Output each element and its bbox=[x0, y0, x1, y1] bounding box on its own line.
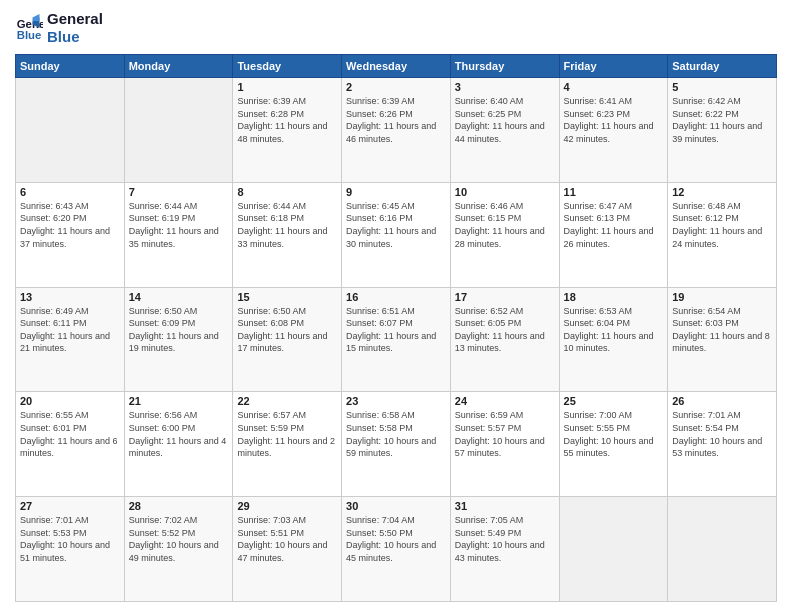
calendar-cell: 10Sunrise: 6:46 AMSunset: 6:15 PMDayligh… bbox=[450, 182, 559, 287]
calendar-cell: 27Sunrise: 7:01 AMSunset: 5:53 PMDayligh… bbox=[16, 497, 125, 602]
day-number: 14 bbox=[129, 291, 229, 303]
day-info: Sunrise: 6:44 AMSunset: 6:18 PMDaylight:… bbox=[237, 200, 337, 250]
calendar-cell: 17Sunrise: 6:52 AMSunset: 6:05 PMDayligh… bbox=[450, 287, 559, 392]
calendar-cell: 12Sunrise: 6:48 AMSunset: 6:12 PMDayligh… bbox=[668, 182, 777, 287]
day-info: Sunrise: 6:46 AMSunset: 6:15 PMDaylight:… bbox=[455, 200, 555, 250]
week-row-2: 6Sunrise: 6:43 AMSunset: 6:20 PMDaylight… bbox=[16, 182, 777, 287]
day-number: 19 bbox=[672, 291, 772, 303]
day-info: Sunrise: 6:40 AMSunset: 6:25 PMDaylight:… bbox=[455, 95, 555, 145]
day-number: 28 bbox=[129, 500, 229, 512]
day-info: Sunrise: 6:39 AMSunset: 6:26 PMDaylight:… bbox=[346, 95, 446, 145]
day-info: Sunrise: 6:42 AMSunset: 6:22 PMDaylight:… bbox=[672, 95, 772, 145]
calendar-cell bbox=[668, 497, 777, 602]
calendar-cell: 28Sunrise: 7:02 AMSunset: 5:52 PMDayligh… bbox=[124, 497, 233, 602]
day-info: Sunrise: 7:05 AMSunset: 5:49 PMDaylight:… bbox=[455, 514, 555, 564]
days-header-row: SundayMondayTuesdayWednesdayThursdayFrid… bbox=[16, 55, 777, 78]
day-number: 15 bbox=[237, 291, 337, 303]
calendar-cell: 23Sunrise: 6:58 AMSunset: 5:58 PMDayligh… bbox=[342, 392, 451, 497]
calendar-container: General Blue General Blue SundayMondayTu… bbox=[0, 0, 792, 612]
calendar-cell: 22Sunrise: 6:57 AMSunset: 5:59 PMDayligh… bbox=[233, 392, 342, 497]
day-number: 11 bbox=[564, 186, 664, 198]
day-info: Sunrise: 7:00 AMSunset: 5:55 PMDaylight:… bbox=[564, 409, 664, 459]
day-info: Sunrise: 6:58 AMSunset: 5:58 PMDaylight:… bbox=[346, 409, 446, 459]
calendar-cell: 14Sunrise: 6:50 AMSunset: 6:09 PMDayligh… bbox=[124, 287, 233, 392]
day-number: 10 bbox=[455, 186, 555, 198]
day-number: 7 bbox=[129, 186, 229, 198]
calendar-cell: 16Sunrise: 6:51 AMSunset: 6:07 PMDayligh… bbox=[342, 287, 451, 392]
day-number: 17 bbox=[455, 291, 555, 303]
calendar-cell: 29Sunrise: 7:03 AMSunset: 5:51 PMDayligh… bbox=[233, 497, 342, 602]
calendar-cell: 11Sunrise: 6:47 AMSunset: 6:13 PMDayligh… bbox=[559, 182, 668, 287]
week-row-5: 27Sunrise: 7:01 AMSunset: 5:53 PMDayligh… bbox=[16, 497, 777, 602]
day-info: Sunrise: 6:55 AMSunset: 6:01 PMDaylight:… bbox=[20, 409, 120, 459]
day-info: Sunrise: 6:48 AMSunset: 6:12 PMDaylight:… bbox=[672, 200, 772, 250]
day-header-thursday: Thursday bbox=[450, 55, 559, 78]
header: General Blue General Blue bbox=[15, 10, 777, 46]
day-number: 16 bbox=[346, 291, 446, 303]
calendar-cell: 2Sunrise: 6:39 AMSunset: 6:26 PMDaylight… bbox=[342, 78, 451, 183]
logo-text-blue: Blue bbox=[47, 28, 103, 46]
day-number: 5 bbox=[672, 81, 772, 93]
day-info: Sunrise: 6:47 AMSunset: 6:13 PMDaylight:… bbox=[564, 200, 664, 250]
calendar-cell bbox=[559, 497, 668, 602]
day-info: Sunrise: 6:49 AMSunset: 6:11 PMDaylight:… bbox=[20, 305, 120, 355]
day-info: Sunrise: 6:50 AMSunset: 6:09 PMDaylight:… bbox=[129, 305, 229, 355]
calendar-cell: 19Sunrise: 6:54 AMSunset: 6:03 PMDayligh… bbox=[668, 287, 777, 392]
week-row-3: 13Sunrise: 6:49 AMSunset: 6:11 PMDayligh… bbox=[16, 287, 777, 392]
day-header-friday: Friday bbox=[559, 55, 668, 78]
calendar-cell: 4Sunrise: 6:41 AMSunset: 6:23 PMDaylight… bbox=[559, 78, 668, 183]
day-number: 20 bbox=[20, 395, 120, 407]
day-number: 3 bbox=[455, 81, 555, 93]
day-number: 12 bbox=[672, 186, 772, 198]
calendar-cell: 24Sunrise: 6:59 AMSunset: 5:57 PMDayligh… bbox=[450, 392, 559, 497]
day-header-tuesday: Tuesday bbox=[233, 55, 342, 78]
calendar-cell: 18Sunrise: 6:53 AMSunset: 6:04 PMDayligh… bbox=[559, 287, 668, 392]
calendar-cell bbox=[124, 78, 233, 183]
day-number: 25 bbox=[564, 395, 664, 407]
calendar-cell: 8Sunrise: 6:44 AMSunset: 6:18 PMDaylight… bbox=[233, 182, 342, 287]
day-header-sunday: Sunday bbox=[16, 55, 125, 78]
day-info: Sunrise: 7:04 AMSunset: 5:50 PMDaylight:… bbox=[346, 514, 446, 564]
logo: General Blue General Blue bbox=[15, 10, 103, 46]
calendar-cell: 13Sunrise: 6:49 AMSunset: 6:11 PMDayligh… bbox=[16, 287, 125, 392]
day-header-wednesday: Wednesday bbox=[342, 55, 451, 78]
day-number: 21 bbox=[129, 395, 229, 407]
svg-text:Blue: Blue bbox=[17, 29, 42, 41]
day-number: 24 bbox=[455, 395, 555, 407]
day-info: Sunrise: 6:39 AMSunset: 6:28 PMDaylight:… bbox=[237, 95, 337, 145]
day-info: Sunrise: 6:51 AMSunset: 6:07 PMDaylight:… bbox=[346, 305, 446, 355]
day-info: Sunrise: 6:41 AMSunset: 6:23 PMDaylight:… bbox=[564, 95, 664, 145]
logo-icon: General Blue bbox=[15, 14, 43, 42]
calendar-cell: 1Sunrise: 6:39 AMSunset: 6:28 PMDaylight… bbox=[233, 78, 342, 183]
day-number: 13 bbox=[20, 291, 120, 303]
week-row-1: 1Sunrise: 6:39 AMSunset: 6:28 PMDaylight… bbox=[16, 78, 777, 183]
day-number: 9 bbox=[346, 186, 446, 198]
svg-marker-3 bbox=[33, 14, 40, 21]
day-info: Sunrise: 6:59 AMSunset: 5:57 PMDaylight:… bbox=[455, 409, 555, 459]
day-info: Sunrise: 6:50 AMSunset: 6:08 PMDaylight:… bbox=[237, 305, 337, 355]
day-info: Sunrise: 7:02 AMSunset: 5:52 PMDaylight:… bbox=[129, 514, 229, 564]
day-number: 22 bbox=[237, 395, 337, 407]
calendar-cell: 9Sunrise: 6:45 AMSunset: 6:16 PMDaylight… bbox=[342, 182, 451, 287]
day-number: 1 bbox=[237, 81, 337, 93]
week-row-4: 20Sunrise: 6:55 AMSunset: 6:01 PMDayligh… bbox=[16, 392, 777, 497]
calendar-cell: 31Sunrise: 7:05 AMSunset: 5:49 PMDayligh… bbox=[450, 497, 559, 602]
calendar-cell: 5Sunrise: 6:42 AMSunset: 6:22 PMDaylight… bbox=[668, 78, 777, 183]
calendar-cell: 15Sunrise: 6:50 AMSunset: 6:08 PMDayligh… bbox=[233, 287, 342, 392]
calendar-cell: 7Sunrise: 6:44 AMSunset: 6:19 PMDaylight… bbox=[124, 182, 233, 287]
day-info: Sunrise: 6:43 AMSunset: 6:20 PMDaylight:… bbox=[20, 200, 120, 250]
day-number: 27 bbox=[20, 500, 120, 512]
day-number: 2 bbox=[346, 81, 446, 93]
calendar-cell: 21Sunrise: 6:56 AMSunset: 6:00 PMDayligh… bbox=[124, 392, 233, 497]
day-info: Sunrise: 6:54 AMSunset: 6:03 PMDaylight:… bbox=[672, 305, 772, 355]
day-info: Sunrise: 6:44 AMSunset: 6:19 PMDaylight:… bbox=[129, 200, 229, 250]
calendar-cell: 30Sunrise: 7:04 AMSunset: 5:50 PMDayligh… bbox=[342, 497, 451, 602]
day-info: Sunrise: 7:03 AMSunset: 5:51 PMDaylight:… bbox=[237, 514, 337, 564]
day-info: Sunrise: 6:56 AMSunset: 6:00 PMDaylight:… bbox=[129, 409, 229, 459]
day-info: Sunrise: 7:01 AMSunset: 5:54 PMDaylight:… bbox=[672, 409, 772, 459]
calendar-cell: 6Sunrise: 6:43 AMSunset: 6:20 PMDaylight… bbox=[16, 182, 125, 287]
day-info: Sunrise: 6:53 AMSunset: 6:04 PMDaylight:… bbox=[564, 305, 664, 355]
day-number: 6 bbox=[20, 186, 120, 198]
day-number: 8 bbox=[237, 186, 337, 198]
day-info: Sunrise: 6:57 AMSunset: 5:59 PMDaylight:… bbox=[237, 409, 337, 459]
